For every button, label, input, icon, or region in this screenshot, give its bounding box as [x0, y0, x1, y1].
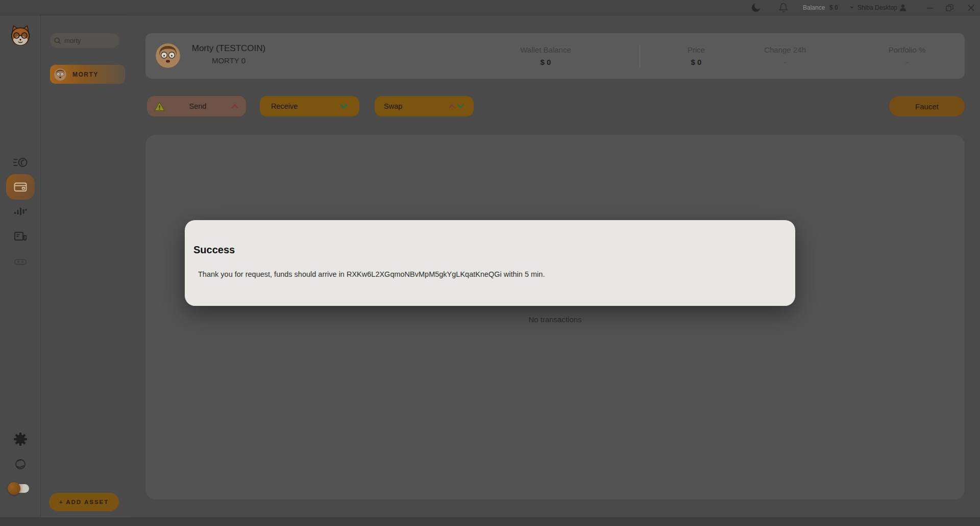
modal-message: Thank you for request, funds should arri…	[198, 270, 545, 278]
modal-title: Success	[193, 244, 235, 256]
success-modal: Success Thank you for request, funds sho…	[185, 220, 795, 306]
